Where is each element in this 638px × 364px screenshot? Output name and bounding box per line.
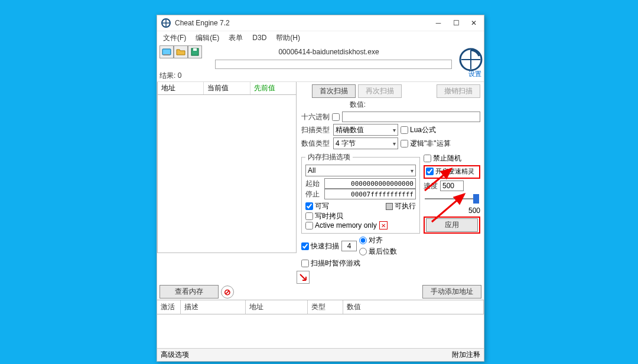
th-value[interactable]: 数值 — [343, 300, 484, 314]
valuetype-select[interactable]: 4 字节 — [333, 137, 398, 149]
delete-icon[interactable]: ✕ — [379, 221, 388, 229]
speed-slider[interactable] — [424, 193, 480, 205]
app-icon — [161, 18, 171, 28]
cheat-table-header: 激活 描述 地址 类型 数值 — [157, 300, 484, 314]
writable-checkbox[interactable]: 可写 — [305, 201, 329, 211]
start-address-input[interactable] — [324, 178, 416, 189]
fastscan-value-input[interactable] — [341, 241, 357, 251]
stop-address-input[interactable] — [324, 189, 416, 199]
value-input[interactable] — [342, 112, 480, 122]
undo-scan-button[interactable]: 撤销扫描 — [437, 84, 480, 98]
open-file-button[interactable] — [174, 45, 188, 58]
svg-rect-4 — [193, 48, 197, 51]
cheat-table[interactable] — [157, 314, 484, 348]
th-desc[interactable]: 描述 — [181, 300, 246, 314]
settings-link[interactable]: 设置 — [468, 70, 481, 78]
first-scan-button[interactable]: 首次扫描 — [312, 84, 356, 98]
col-previous[interactable]: 先前值 — [250, 82, 296, 94]
menu-help[interactable]: 帮助(H) — [272, 32, 304, 44]
advanced-options-link[interactable]: 高级选项 — [161, 350, 189, 360]
cancel-icon[interactable]: ⊘ — [221, 286, 234, 299]
down-right-arrow-button[interactable] — [297, 271, 310, 284]
progress-bar — [215, 60, 452, 69]
apply-speed-button[interactable]: 应用 — [426, 218, 478, 232]
speed-label: 速度 — [424, 181, 438, 191]
th-addr[interactable]: 地址 — [246, 300, 308, 314]
annotate-link[interactable]: 附加注释 — [452, 350, 480, 360]
save-button[interactable] — [188, 45, 202, 58]
speedhack-checkbox[interactable]: 开启变速精灵 — [426, 167, 474, 176]
add-address-button[interactable]: 手动添加地址 — [422, 285, 481, 299]
not-logic-checkbox[interactable]: 逻辑"非"运算 — [401, 139, 451, 149]
results-list[interactable] — [157, 95, 297, 253]
memory-range-select[interactable]: All — [305, 165, 416, 176]
speed-input[interactable] — [440, 181, 464, 191]
results-header: 地址 当前值 先前值 — [157, 82, 297, 95]
app-window: Cheat Engine 7.2 ─ ☐ ✕ 文件(F) 编辑(E) 表单 D3… — [157, 15, 484, 362]
speed-max-label: 500 — [424, 206, 480, 215]
executable-checkbox[interactable]: 可执行 — [386, 201, 416, 211]
hex-label: 十六进制 — [301, 112, 330, 122]
next-scan-button[interactable]: 再次扫描 — [358, 84, 402, 98]
th-type[interactable]: 类型 — [308, 300, 343, 314]
apply-highlight: 应用 — [424, 217, 480, 234]
align-radio[interactable]: 对齐 — [359, 235, 397, 245]
hex-checkbox[interactable] — [332, 113, 340, 121]
menu-d3d[interactable]: D3D — [249, 32, 270, 43]
titlebar: Cheat Engine 7.2 ─ ☐ ✕ — [157, 15, 484, 31]
menu-edit[interactable]: 编辑(E) — [192, 32, 223, 44]
speedhack-highlight: 开启变速精灵 — [424, 165, 480, 179]
lua-formula-checkbox[interactable]: Lua公式 — [401, 125, 436, 135]
open-process-button[interactable] — [160, 45, 174, 58]
view-memory-button[interactable]: 查看内存 — [160, 285, 219, 299]
no-random-checkbox[interactable]: 禁止随机 — [424, 153, 480, 163]
lastdigit-radio[interactable]: 最后位数 — [359, 247, 397, 257]
col-address[interactable]: 地址 — [158, 82, 204, 94]
svg-rect-2 — [164, 54, 170, 55]
window-title: Cheat Engine 7.2 — [174, 19, 429, 27]
menu-table[interactable]: 表单 — [225, 32, 246, 44]
memopts-legend: 内存扫描选项 — [305, 152, 353, 162]
process-name: 00006414-baidunetdiskhost.exe — [202, 48, 455, 56]
scantype-label: 扫描类型 — [301, 125, 331, 135]
col-value[interactable]: 当前值 — [204, 82, 250, 94]
stop-label: 停止 — [305, 189, 322, 199]
start-label: 起始 — [305, 179, 322, 189]
svg-rect-1 — [162, 49, 171, 55]
valuetype-label: 数值类型 — [301, 139, 331, 149]
results-count: 结果: 0 — [157, 70, 484, 82]
statusbar: 高级选项 附加注释 — [157, 348, 484, 361]
fastscan-checkbox[interactable]: 快速扫描 — [301, 241, 339, 251]
pause-game-checkbox[interactable]: 扫描时暂停游戏 — [301, 258, 360, 268]
value-label: 数值: — [350, 100, 366, 110]
minimize-button[interactable]: ─ — [429, 17, 447, 29]
menubar: 文件(F) 编辑(E) 表单 D3D 帮助(H) — [157, 31, 484, 44]
copyonwrite-checkbox[interactable]: 写时拷贝 — [305, 211, 343, 221]
maximize-button[interactable]: ☐ — [447, 17, 465, 29]
scantype-select[interactable]: 精确数值 — [333, 124, 398, 136]
close-button[interactable]: ✕ — [465, 17, 483, 29]
memory-scan-options: 内存扫描选项 All 起始 停止 可写 可执行 — [301, 152, 420, 234]
menu-file[interactable]: 文件(F) — [160, 32, 190, 44]
th-active[interactable]: 激活 — [157, 300, 181, 314]
active-memory-checkbox[interactable]: Active memory only — [305, 221, 377, 229]
ce-logo-icon[interactable] — [459, 48, 483, 71]
